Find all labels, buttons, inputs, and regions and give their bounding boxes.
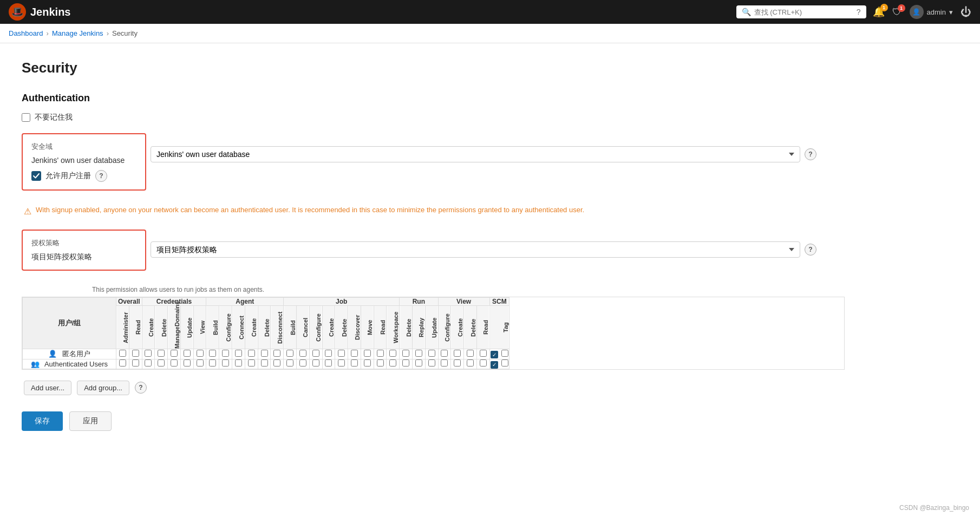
warning-text: With signup enabled, anyone on your netw… [36, 206, 584, 214]
anon-perm-24[interactable] [412, 349, 425, 359]
user-name-label: admin [927, 8, 946, 16]
anon-perm-6[interactable] [180, 349, 193, 359]
auth-perm-12[interactable] [258, 359, 271, 369]
anon-perm-22[interactable] [387, 349, 400, 359]
anon-perm-17[interactable] [322, 349, 335, 359]
anon-perm-12[interactable] [258, 349, 271, 359]
auth-perm-6[interactable] [180, 359, 193, 369]
auth-perm-25[interactable] [425, 359, 438, 369]
auth-scm-unchecked[interactable] [501, 359, 508, 367]
auth-perm-28[interactable] [464, 359, 477, 369]
anon-scm-unchecked[interactable] [501, 350, 508, 357]
allow-signup-label[interactable]: 允许用户注册 [45, 171, 91, 181]
auth-perm-7[interactable] [193, 359, 206, 369]
auth-scm-checked[interactable] [491, 361, 498, 369]
auth-perm-15[interactable] [296, 359, 309, 369]
anon-perm-10[interactable] [232, 349, 245, 359]
auth-help-btn[interactable]: ? [805, 244, 816, 256]
anon-perm-1[interactable] [116, 349, 129, 359]
anon-perm-13[interactable] [271, 349, 284, 359]
auth-perm-13[interactable] [271, 359, 284, 369]
auth-perm-14[interactable] [284, 359, 297, 369]
anon-perm-29[interactable] [476, 349, 489, 359]
agent-header: Agent [206, 298, 284, 306]
auth-perm-2[interactable] [129, 359, 142, 369]
table-row: 👥 Authenticated Users [23, 359, 509, 369]
notification-bell-icon[interactable]: 🔔 1 [873, 6, 885, 18]
realm-help-btn[interactable]: ? [805, 148, 816, 160]
auth-perm-4[interactable] [155, 359, 168, 369]
anon-perm-27[interactable] [451, 349, 464, 359]
anonymous-user-label: 👤 匿名用户 [23, 349, 116, 359]
allow-signup-checkbox[interactable] [31, 171, 41, 181]
col-job-workspace: Workspace [387, 306, 400, 349]
anon-perm-16[interactable] [309, 349, 322, 359]
auth-perm-21[interactable] [374, 359, 387, 369]
breadcrumb-manage-jenkins[interactable]: Manage Jenkins [52, 29, 103, 37]
auth-perm-19[interactable] [348, 359, 361, 369]
auth-perm-18[interactable] [335, 359, 348, 369]
anon-perm-2[interactable] [129, 349, 142, 359]
auth-perm-20[interactable] [361, 359, 374, 369]
security-realm-select[interactable]: Jenkins' own user database LDAP Unix use… [151, 146, 800, 162]
anon-perm-14[interactable] [284, 349, 297, 359]
anon-perm-20[interactable] [361, 349, 374, 359]
save-button[interactable]: 保存 [22, 411, 63, 431]
auth-users-icon: 👥 [31, 360, 40, 368]
anon-perm-3[interactable] [142, 349, 155, 359]
anon-perm-11[interactable] [245, 349, 258, 359]
apply-button[interactable]: 应用 [69, 411, 112, 431]
anon-perm-4[interactable] [155, 349, 168, 359]
anon-perm-18[interactable] [335, 349, 348, 359]
search-input[interactable] [754, 8, 853, 16]
table-help-btn[interactable]: ? [135, 382, 147, 394]
auth-perm-11[interactable] [245, 359, 258, 369]
anon-scm-checked[interactable] [491, 351, 498, 358]
anon-perm-8[interactable] [206, 349, 219, 359]
anon-perm-9[interactable] [219, 349, 232, 359]
authorization-select[interactable]: 项目矩阵授权策略 Anyone can do anything Legacy m… [151, 241, 800, 258]
auth-perm-22[interactable] [387, 359, 400, 369]
remember-me-checkbox[interactable] [22, 113, 30, 122]
auth-perm-9[interactable] [219, 359, 232, 369]
auth-perm-29[interactable] [476, 359, 489, 369]
anon-perm-28[interactable] [464, 349, 477, 359]
anon-perm-15[interactable] [296, 349, 309, 359]
auth-scm-tag[interactable] [489, 359, 509, 369]
col-run-replay: Replay [412, 306, 425, 349]
help-circle-icon: ? [857, 8, 861, 16]
anon-perm-26[interactable] [438, 349, 451, 359]
anon-perm-7[interactable] [193, 349, 206, 359]
add-user-button[interactable]: Add user... [24, 381, 71, 395]
auth-perm-24[interactable] [412, 359, 425, 369]
shield-icon[interactable]: 🛡 1 [892, 6, 902, 18]
auth-perm-3[interactable] [142, 359, 155, 369]
overall-header: Overall [116, 298, 142, 306]
auth-perm-10[interactable] [232, 359, 245, 369]
auth-perm-5[interactable] [168, 359, 181, 369]
anon-perm-19[interactable] [348, 349, 361, 359]
logout-icon[interactable]: ⏻ [961, 6, 971, 18]
user-menu[interactable]: 👤 admin ▾ [910, 5, 953, 19]
breadcrumb: Dashboard › Manage Jenkins › Security [0, 24, 980, 43]
auth-perm-27[interactable] [451, 359, 464, 369]
breadcrumb-dashboard[interactable]: Dashboard [9, 29, 43, 37]
search-box[interactable]: 🔍 ? [736, 5, 866, 18]
auth-perm-8[interactable] [206, 359, 219, 369]
auth-dropdown-area: 项目矩阵授权策略 Anyone can do anything Legacy m… [151, 241, 845, 260]
anon-perm-5[interactable] [168, 349, 181, 359]
anon-perm-21[interactable] [374, 349, 387, 359]
anon-perm-23[interactable] [400, 349, 413, 359]
add-group-button[interactable]: Add group... [77, 381, 129, 395]
breadcrumb-current: Security [112, 29, 138, 37]
anon-perm-25[interactable] [425, 349, 438, 359]
remember-me-label[interactable]: 不要记住我 [35, 113, 73, 122]
auth-perm-16[interactable] [309, 359, 322, 369]
auth-perm-26[interactable] [438, 359, 451, 369]
anon-scm-tag[interactable] [489, 349, 509, 359]
auth-perm-1[interactable] [116, 359, 129, 369]
auth-perm-17[interactable] [322, 359, 335, 369]
auth-perm-23[interactable] [400, 359, 413, 369]
allow-signup-help-icon[interactable]: ? [95, 170, 107, 182]
logo[interactable]: 🎩 Jenkins [9, 3, 70, 21]
